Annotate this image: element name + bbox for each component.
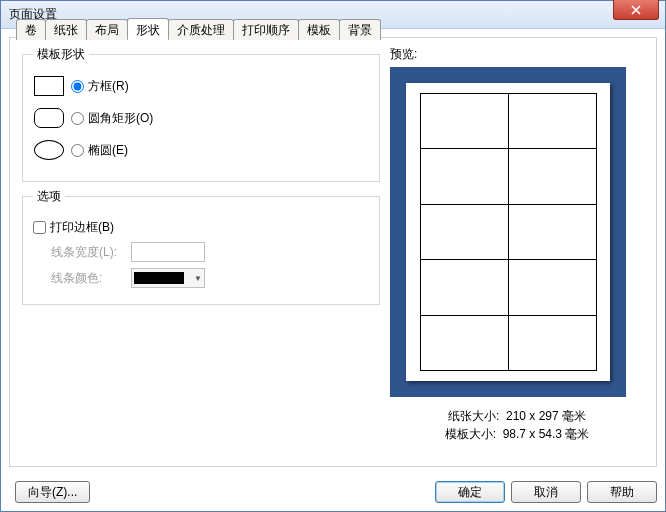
tab-1[interactable]: 纸张 [45, 19, 87, 40]
line-color-row: 线条颜色: ▼ [51, 268, 369, 288]
dialog-body: 卷纸张布局形状介质处理打印顺序模板背景 模板形状 方框(R) 圆角矩形(O) [9, 37, 657, 467]
line-width-row: 线条宽度(L): [51, 242, 369, 262]
group-template-shape: 模板形状 方框(R) 圆角矩形(O) 椭圆(E) [22, 46, 380, 182]
right-column: 预览: 纸张大小: 210 x 297 毫米 模板 [390, 46, 644, 458]
ok-button[interactable]: 确定 [435, 481, 505, 503]
rounded-rect-swatch [33, 107, 65, 129]
close-icon [631, 5, 641, 15]
line-color-label: 线条颜色: [51, 270, 131, 287]
left-column: 模板形状 方框(R) 圆角矩形(O) 椭圆(E) [22, 46, 390, 458]
line-color-combo[interactable]: ▼ [131, 268, 205, 288]
group-options-legend: 选项 [33, 188, 65, 205]
print-border-checkbox[interactable] [33, 221, 46, 234]
tab-3[interactable]: 形状 [127, 18, 169, 39]
paper-size-value: 210 x 297 毫米 [506, 409, 586, 423]
shape-radio-rect[interactable] [71, 80, 84, 93]
close-button[interactable] [613, 0, 659, 20]
tab-4[interactable]: 介质处理 [168, 19, 234, 40]
paper-size-label: 纸张大小: [448, 409, 499, 423]
tab-5[interactable]: 打印顺序 [233, 19, 299, 40]
chevron-down-icon: ▼ [194, 274, 202, 283]
template-size-value: 98.7 x 54.3 毫米 [503, 427, 590, 441]
tab-panel-shape: 模板形状 方框(R) 圆角矩形(O) 椭圆(E) [10, 38, 656, 466]
tab-7[interactable]: 背景 [339, 19, 381, 40]
ellipse-swatch [33, 139, 65, 161]
preview-frame [390, 67, 626, 397]
shape-option-ellipse[interactable]: 椭圆(E) [33, 139, 369, 161]
preview-label: 预览: [390, 46, 644, 63]
line-width-input[interactable] [131, 242, 205, 262]
group-options: 选项 打印边框(B) 线条宽度(L): 线条颜色: ▼ [22, 188, 380, 305]
shape-radio-ellipse[interactable] [71, 144, 84, 157]
color-chip [134, 272, 184, 284]
size-info: 纸张大小: 210 x 297 毫米 模板大小: 98.7 x 54.3 毫米 [390, 407, 644, 443]
page-setup-dialog: 页面设置 卷纸张布局形状介质处理打印顺序模板背景 模板形状 方框(R) [0, 0, 666, 512]
tabstrip: 卷纸张布局形状介质处理打印顺序模板背景 [16, 18, 380, 39]
print-border-label[interactable]: 打印边框(B) [50, 219, 114, 236]
cancel-button[interactable]: 取消 [511, 481, 581, 503]
shape-radio-rrect[interactable] [71, 112, 84, 125]
shape-option-rect[interactable]: 方框(R) [33, 75, 369, 97]
tab-2[interactable]: 布局 [86, 19, 128, 40]
print-border-row[interactable]: 打印边框(B) [33, 219, 369, 236]
group-template-shape-legend: 模板形状 [33, 46, 89, 63]
wizard-button[interactable]: 向导(Z)... [15, 481, 90, 503]
preview-paper [406, 83, 610, 381]
help-button[interactable]: 帮助 [587, 481, 657, 503]
shape-label-rect[interactable]: 方框(R) [88, 78, 129, 95]
tab-6[interactable]: 模板 [298, 19, 340, 40]
tab-0[interactable]: 卷 [16, 19, 46, 40]
shape-option-rrect[interactable]: 圆角矩形(O) [33, 107, 369, 129]
rect-swatch [33, 75, 65, 97]
shape-label-ellipse[interactable]: 椭圆(E) [88, 142, 128, 159]
dialog-footer: 向导(Z)... 确定 取消 帮助 [9, 481, 657, 503]
line-width-label: 线条宽度(L): [51, 244, 131, 261]
template-size-label: 模板大小: [445, 427, 496, 441]
shape-label-rrect[interactable]: 圆角矩形(O) [88, 110, 153, 127]
preview-grid [420, 93, 596, 371]
